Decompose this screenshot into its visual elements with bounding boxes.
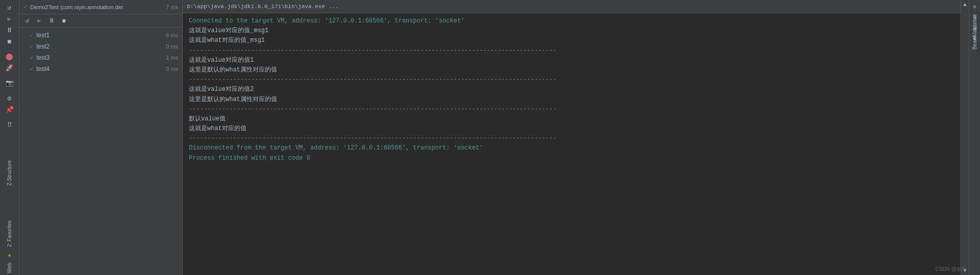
stop-icon[interactable]: ◼ — [3, 36, 17, 47]
structure-icon[interactable]: ⠿ — [3, 119, 17, 131]
test-name: test3 — [36, 54, 166, 61]
stop-tb-icon[interactable]: ◼ — [58, 15, 69, 27]
pause-icon[interactable]: ⏸ — [3, 24, 17, 36]
camera-icon[interactable]: 📷 — [3, 78, 17, 89]
test-check-icon: ✓ — [30, 65, 33, 73]
test-suite-header: ✓ Demo2Test (com.niyin.annotation.der 7 … — [19, 0, 182, 14]
run-tb-icon[interactable]: ▶ — [34, 15, 45, 27]
test-name: test4 — [36, 65, 166, 72]
right-scrollbar: ▲ ▼ — [961, 0, 969, 275]
rerun-tb-icon[interactable]: ↺ — [21, 15, 33, 27]
suite-check-icon: ✓ — [23, 3, 27, 11]
test-list: ✓ test1 6 ms ✓ test2 0 ms ✓ test3 1 ms ✓… — [19, 28, 182, 275]
suite-name: Demo2Test (com.niyin.annotation.der — [30, 4, 123, 10]
console-line-15: Process finished with exit code 0 — [189, 154, 954, 163]
far-right-icon-1[interactable]: ≡ — [970, 3, 979, 11]
rerun-icon[interactable]: ↺ — [3, 2, 17, 13]
console-panel: D:\app\java.jdk\jdk1.8.0_171\bin\java.ex… — [183, 0, 961, 275]
console-line-3: ----------------------------------------… — [189, 46, 954, 56]
test-check-icon: ✓ — [30, 32, 33, 39]
pin-icon[interactable]: 📌 — [3, 104, 17, 115]
favorites-label: 2: Favorites — [7, 220, 12, 247]
test-name: test2 — [36, 43, 166, 50]
rocket-icon[interactable]: 🚀 — [3, 62, 17, 73]
test-name: test1 — [36, 32, 166, 39]
test-time: 0 ms — [166, 66, 178, 72]
watermark: CSDN @低俗 — [936, 266, 967, 273]
console-line-13: Disconnected from the target VM, address… — [189, 143, 954, 153]
gear-icon[interactable]: ⚙ — [3, 93, 17, 104]
test-time: 1 ms — [166, 55, 178, 61]
test-item[interactable]: ✓ test4 0 ms — [19, 63, 182, 74]
console-line-10: 默认value值 — [189, 114, 954, 124]
far-right-panel: Bean Validation ≡ ⠿ 🖨 🗑 — [969, 0, 980, 275]
test-check-icon: ✓ — [30, 54, 33, 62]
test-panel: ✓ Demo2Test (com.niyin.annotation.der 7 … — [19, 0, 183, 275]
test-time: 0 ms — [166, 43, 178, 49]
test-check-icon: ✓ — [30, 43, 33, 51]
z-structure-label: Z-Structure — [7, 160, 12, 186]
web-label: Web — [7, 263, 12, 273]
suite-time: 7 ms — [166, 4, 178, 10]
console-toolbar: D:\app\java.jdk\jdk1.8.0_171\bin\java.ex… — [183, 0, 961, 13]
test-time: 6 ms — [166, 32, 178, 38]
test-item[interactable]: ✓ test3 1 ms — [19, 52, 182, 63]
star-icon[interactable]: ★ — [3, 249, 17, 261]
console-path: D:\app\java.jdk\jdk1.8.0_171\bin\java.ex… — [187, 4, 338, 10]
console-line-6: ----------------------------------------… — [189, 75, 954, 85]
test-item[interactable]: ✓ test1 6 ms — [19, 30, 182, 41]
test-toolbar: ↺ ▶ ⏸ ◼ — [19, 14, 182, 28]
left-sidebar: ↺ ▶ ⏸ ◼ ⬤ 🚀 📷 ⚙ 📌 ⠿ Z-Structure 2: Favor… — [0, 0, 19, 275]
bean-validation-label: Bean Validation — [972, 14, 977, 49]
scroll-up-button[interactable]: ▲ — [962, 1, 969, 8]
console-line-7: 这就是value对应的值2 — [189, 85, 954, 94]
record-icon[interactable]: ⬤ — [3, 51, 17, 62]
console-line-11: 这就是what对应的值 — [189, 124, 954, 134]
test-item[interactable]: ✓ test2 0 ms — [19, 41, 182, 52]
console-output: Connected to the target VM, address: '12… — [183, 13, 961, 275]
pause-tb-icon[interactable]: ⏸ — [46, 15, 57, 27]
console-line-8: 这里是默认的what属性对应的值 — [189, 95, 954, 105]
console-line-4: 这就是value对应的值1 — [189, 56, 954, 65]
console-line-0: Connected to the target VM, address: '12… — [189, 16, 954, 26]
console-line-2: 这就是what对应的值_msg1 — [189, 36, 954, 45]
console-line-9: ----------------------------------------… — [189, 105, 954, 114]
run-icon[interactable]: ▶ — [3, 13, 17, 24]
console-line-1: 这就是value对应的值_msg1 — [189, 26, 954, 36]
console-line-5: 这里是默认的what属性对应的值 — [189, 65, 954, 75]
console-line-12: ----------------------------------------… — [189, 134, 954, 143]
